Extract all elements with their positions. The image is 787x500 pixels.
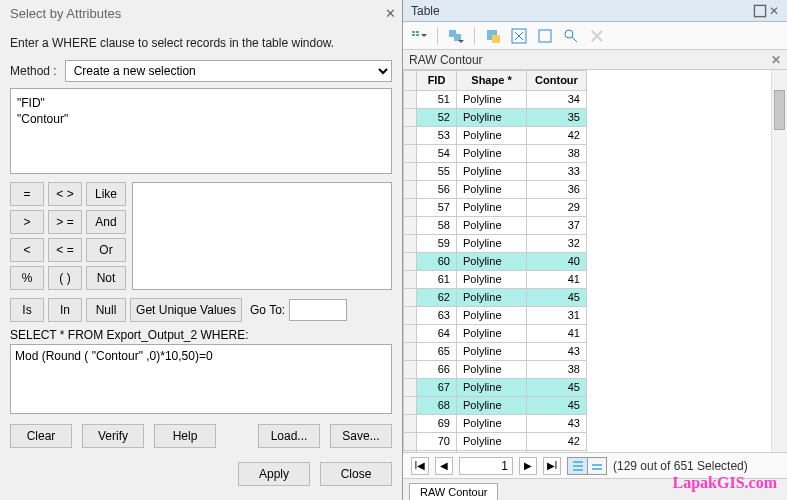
cell-shape[interactable]: Polyline — [457, 289, 527, 307]
cell-contour[interactable]: 38 — [527, 361, 587, 379]
cell-contour[interactable]: 45 — [527, 397, 587, 415]
cell-contour[interactable]: 32 — [527, 235, 587, 253]
cell-fid[interactable]: 68 — [417, 397, 457, 415]
cell-fid[interactable]: 67 — [417, 379, 457, 397]
table-row[interactable]: 60Polyline40 — [404, 253, 587, 271]
load-button[interactable]: Load... — [258, 424, 320, 448]
table-row[interactable]: 54Polyline38 — [404, 145, 587, 163]
row-selector[interactable] — [404, 415, 417, 433]
prev-record-button[interactable]: ◀ — [435, 457, 453, 475]
table-row[interactable]: 58Polyline37 — [404, 217, 587, 235]
help-button[interactable]: Help — [154, 424, 216, 448]
row-selector[interactable] — [404, 217, 417, 235]
switch-selection-icon[interactable] — [511, 28, 527, 44]
cell-contour[interactable]: 45 — [527, 289, 587, 307]
cell-shape[interactable]: Polyline — [457, 415, 527, 433]
cell-contour[interactable]: 42 — [527, 433, 587, 451]
cell-fid[interactable]: 57 — [417, 199, 457, 217]
cell-shape[interactable]: Polyline — [457, 343, 527, 361]
tab-raw-contour[interactable]: RAW Contour — [409, 483, 498, 500]
row-selector[interactable] — [404, 91, 417, 109]
cell-contour[interactable]: 33 — [527, 163, 587, 181]
table-row[interactable]: 66Polyline38 — [404, 361, 587, 379]
last-record-button[interactable]: ▶I — [543, 457, 561, 475]
verify-button[interactable]: Verify — [82, 424, 144, 448]
table-row[interactable]: 56Polyline36 — [404, 181, 587, 199]
vertical-scrollbar[interactable] — [771, 70, 787, 452]
cell-shape[interactable]: Polyline — [457, 307, 527, 325]
close-icon[interactable]: ✕ — [769, 4, 783, 18]
cell-contour[interactable]: 37 — [527, 217, 587, 235]
field-item[interactable]: "Contour" — [17, 111, 385, 127]
row-selector[interactable] — [404, 199, 417, 217]
op-and-button[interactable]: And — [86, 210, 126, 234]
col-fid[interactable]: FID — [417, 71, 457, 91]
cell-contour[interactable]: 40 — [527, 253, 587, 271]
row-selector[interactable] — [404, 145, 417, 163]
clear-selection-icon[interactable] — [537, 28, 553, 44]
op-ne-button[interactable]: < > — [48, 182, 82, 206]
table-row[interactable]: 59Polyline32 — [404, 235, 587, 253]
op-not-button[interactable]: Not — [86, 266, 126, 290]
cell-shape[interactable]: Polyline — [457, 325, 527, 343]
table-row[interactable]: 64Polyline41 — [404, 325, 587, 343]
op-pct-button[interactable]: % — [10, 266, 44, 290]
cell-fid[interactable]: 64 — [417, 325, 457, 343]
cell-fid[interactable]: 65 — [417, 343, 457, 361]
table-row[interactable]: 68Polyline45 — [404, 397, 587, 415]
cell-contour[interactable]: 29 — [527, 199, 587, 217]
op-is-button[interactable]: Is — [10, 298, 44, 322]
cell-fid[interactable]: 52 — [417, 109, 457, 127]
cell-shape[interactable]: Polyline — [457, 271, 527, 289]
op-like-button[interactable]: Like — [86, 182, 126, 206]
fields-list[interactable]: "FID" "Contour" — [10, 88, 392, 174]
save-button[interactable]: Save... — [330, 424, 392, 448]
table-row[interactable]: 70Polyline42 — [404, 433, 587, 451]
show-selected-records-button[interactable] — [587, 457, 607, 475]
method-select[interactable]: Create a new selection — [65, 60, 392, 82]
cell-contour[interactable]: 31 — [527, 307, 587, 325]
cell-fid[interactable]: 60 — [417, 253, 457, 271]
cell-fid[interactable]: 66 — [417, 361, 457, 379]
cell-shape[interactable]: Polyline — [457, 145, 527, 163]
cell-fid[interactable]: 58 — [417, 217, 457, 235]
cell-shape[interactable]: Polyline — [457, 217, 527, 235]
cell-shape[interactable]: Polyline — [457, 253, 527, 271]
cell-fid[interactable]: 55 — [417, 163, 457, 181]
cell-fid[interactable]: 59 — [417, 235, 457, 253]
cell-fid[interactable]: 61 — [417, 271, 457, 289]
close-icon[interactable]: ✕ — [771, 53, 781, 67]
row-selector[interactable] — [404, 271, 417, 289]
cell-contour[interactable]: 41 — [527, 325, 587, 343]
table-row[interactable]: 57Polyline29 — [404, 199, 587, 217]
op-gt-button[interactable]: > — [10, 210, 44, 234]
apply-button[interactable]: Apply — [238, 462, 310, 486]
cell-shape[interactable]: Polyline — [457, 109, 527, 127]
select-by-attributes-icon[interactable] — [485, 28, 501, 44]
attribute-table[interactable]: FID Shape * Contour 51Polyline3452Polyli… — [403, 70, 587, 452]
table-row[interactable]: 51Polyline34 — [404, 91, 587, 109]
goto-input[interactable] — [289, 299, 347, 321]
zoom-selection-icon[interactable] — [563, 28, 579, 44]
table-row[interactable]: 53Polyline42 — [404, 127, 587, 145]
cell-contour[interactable]: 42 — [527, 127, 587, 145]
cell-shape[interactable]: Polyline — [457, 181, 527, 199]
row-selector[interactable] — [404, 289, 417, 307]
op-eq-button[interactable]: = — [10, 182, 44, 206]
cell-shape[interactable]: Polyline — [457, 397, 527, 415]
cell-contour[interactable]: 45 — [527, 379, 587, 397]
table-row[interactable]: 55Polyline33 — [404, 163, 587, 181]
table-row[interactable]: 62Polyline45 — [404, 289, 587, 307]
close-button[interactable]: Close — [320, 462, 392, 486]
cell-shape[interactable]: Polyline — [457, 361, 527, 379]
record-number-input[interactable] — [459, 457, 513, 475]
row-selector[interactable] — [404, 253, 417, 271]
op-in-button[interactable]: In — [48, 298, 82, 322]
cell-contour[interactable]: 38 — [527, 145, 587, 163]
clear-button[interactable]: Clear — [10, 424, 72, 448]
related-tables-icon[interactable] — [448, 28, 464, 44]
cell-fid[interactable]: 54 — [417, 145, 457, 163]
cell-fid[interactable]: 69 — [417, 415, 457, 433]
cell-shape[interactable]: Polyline — [457, 91, 527, 109]
op-ge-button[interactable]: > = — [48, 210, 82, 234]
